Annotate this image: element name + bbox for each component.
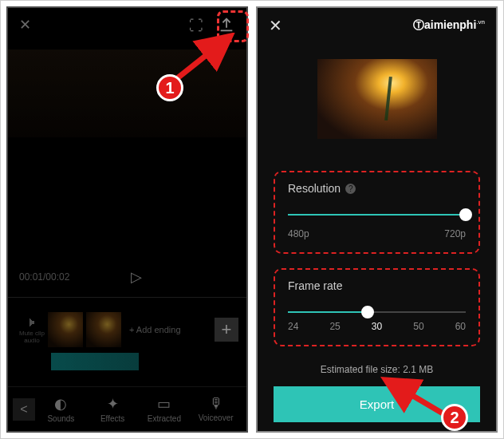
extracted-button[interactable]: ▭Extracted <box>139 395 191 423</box>
slider-knob[interactable] <box>459 208 472 221</box>
voiceover-label: Voiceover <box>199 413 234 422</box>
estimated-size: Estimated file size: 2.1 MB <box>274 364 480 375</box>
watermark-logo: Ⓣaimienphi.vn <box>413 18 485 33</box>
export-icon[interactable] <box>218 16 235 34</box>
framerate-ticks: 24 25 30 50 60 <box>288 321 466 332</box>
watermark-sup: .vn <box>476 18 485 26</box>
bottom-toolbar: < ◐Sounds ✦Effects ▭Extracted 🎙Voiceover <box>8 386 246 431</box>
extracted-label: Extracted <box>148 414 181 423</box>
help-icon[interactable]: ? <box>345 184 356 194</box>
editor-topbar <box>8 8 246 42</box>
video-preview[interactable] <box>8 49 246 137</box>
resolution-slider[interactable] <box>288 206 466 223</box>
resolution-min: 480p <box>288 228 309 239</box>
resolution-range-labels: 480p 720p <box>288 228 466 239</box>
framerate-slider[interactable] <box>288 303 466 321</box>
fullscreen-icon[interactable] <box>189 18 203 32</box>
add-ending-button[interactable]: + Add ending <box>124 325 181 334</box>
voiceover-button[interactable]: 🎙Voiceover <box>190 395 242 423</box>
export-body: Resolution ? 480p 720p Frame rate <box>258 43 496 433</box>
slider-knob[interactable] <box>361 306 374 318</box>
play-icon[interactable] <box>131 268 142 286</box>
editor-screen: 00:01/00:02 Mute clip audio + Add ending… <box>6 6 248 433</box>
fr-tick: 50 <box>413 321 423 332</box>
preview-area <box>8 42 246 262</box>
effects-button[interactable]: ✦Effects <box>87 395 139 423</box>
audio-track[interactable] <box>51 353 139 370</box>
export-screen: Ⓣaimienphi.vn Resolution ? 480p 720p Fra… <box>256 6 498 433</box>
export-topbar: Ⓣaimienphi.vn <box>258 8 496 43</box>
fr-tick: 25 <box>329 321 340 332</box>
back-button[interactable]: < <box>13 398 35 421</box>
fr-tick: 60 <box>455 321 466 332</box>
video-track[interactable]: Mute clip audio + Add ending + <box>8 311 246 348</box>
close-icon[interactable] <box>19 16 31 34</box>
resolution-label: Resolution <box>288 182 341 195</box>
resolution-section: Resolution ? 480p 720p <box>274 171 480 254</box>
playback-row: 00:01/00:02 <box>8 262 246 292</box>
clip-thumbnail[interactable] <box>86 312 121 347</box>
time-display: 00:01/00:02 <box>19 271 69 283</box>
resolution-max: 720p <box>444 228 466 239</box>
export-preview-thumbnail <box>317 59 437 139</box>
add-clip-button[interactable]: + <box>215 318 238 342</box>
framerate-section: Frame rate 24 25 30 50 60 <box>274 268 480 346</box>
clip-thumbnail[interactable] <box>48 312 83 347</box>
slider-fill <box>288 311 368 313</box>
timeline: Mute clip audio + Add ending + <box>8 292 246 370</box>
sounds-button[interactable]: ◐Sounds <box>35 395 87 423</box>
watermark-text: Ⓣaimienphi <box>413 18 476 31</box>
export-button[interactable]: Export <box>274 386 480 422</box>
mute-label: Mute clip audio <box>19 330 45 344</box>
topbar-right <box>189 16 235 34</box>
fr-tick: 30 <box>372 321 382 332</box>
timeline-ruler <box>8 297 246 305</box>
framerate-label-row: Frame rate <box>288 279 466 292</box>
mute-clip-button[interactable]: Mute clip audio <box>16 315 48 344</box>
sounds-label: Sounds <box>47 414 74 423</box>
fr-tick: 24 <box>288 321 298 332</box>
effects-label: Effects <box>100 414 124 423</box>
close-icon[interactable] <box>269 16 282 35</box>
tool-items: ◐Sounds ✦Effects ▭Extracted 🎙Voiceover <box>35 395 242 423</box>
slider-fill <box>288 214 466 216</box>
resolution-label-row: Resolution ? <box>288 182 466 195</box>
clip-row: + Add ending <box>48 312 215 347</box>
export-button-label: Export <box>360 397 394 411</box>
framerate-label: Frame rate <box>288 279 342 292</box>
